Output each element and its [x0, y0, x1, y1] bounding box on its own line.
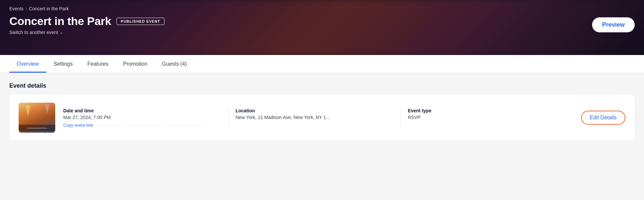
preview-button[interactable]: Preview	[592, 17, 635, 32]
breadcrumb: Events › Concert in the Park	[9, 6, 635, 11]
stage-light-left	[25, 105, 31, 117]
tab-features[interactable]: Features	[80, 55, 116, 73]
section-title: Event details	[9, 82, 635, 89]
event-title: Concert in the Park	[9, 15, 111, 28]
tab-settings[interactable]: Settings	[46, 55, 80, 73]
event-type-section: Event type RSVP	[408, 108, 573, 128]
header-content: Events › Concert in the Park Concert in …	[0, 0, 644, 35]
breadcrumb-current-event: Concert in the Park	[29, 6, 69, 11]
tab-guests[interactable]: Guests (4)	[155, 55, 194, 73]
tab-overview[interactable]: Overview	[9, 55, 46, 73]
header-title-row: Concert in the Park PUBLISHED EVENT	[9, 15, 164, 28]
details-info: Date and time Mar 27, 2024, 7:00 PM Copy…	[63, 108, 573, 128]
date-label: Date and time	[63, 108, 222, 113]
crowd	[19, 125, 55, 131]
switch-event-label: Switch to another event	[9, 30, 58, 35]
chevron-down-icon: ⌄	[60, 30, 63, 35]
date-section: Date and time Mar 27, 2024, 7:00 PM Copy…	[63, 108, 229, 128]
event-type-value: RSVP	[408, 115, 566, 120]
date-value: Mar 27, 2024, 7:00 PM	[63, 115, 222, 120]
header-row: Concert in the Park PUBLISHED EVENT Swit…	[9, 15, 635, 35]
copy-link-label[interactable]: Copy event link:	[63, 123, 94, 128]
breadcrumb-chevron-icon: ›	[26, 6, 27, 11]
tabs-bar: Overview Settings Features Promotion Gue…	[0, 55, 644, 73]
stage-light-right	[45, 104, 49, 114]
header-left: Concert in the Park PUBLISHED EVENT Swit…	[9, 15, 164, 35]
header: Events › Concert in the Park Concert in …	[0, 0, 644, 55]
location-label: Location	[236, 108, 394, 113]
location-value: New York, 11 Madison Ave, New York, NY 1…	[236, 115, 394, 120]
copy-link-url: · · · · · · · · · · · · · · · · · · · · …	[96, 123, 202, 128]
published-badge: PUBLISHED EVENT	[116, 18, 164, 25]
location-section: Location New York, 11 Madison Ave, New Y…	[236, 108, 401, 128]
thumbnail-image	[19, 103, 55, 133]
tab-promotion[interactable]: Promotion	[116, 55, 155, 73]
edit-details-button[interactable]: Edit Details	[581, 111, 625, 125]
main-content: Event details Date and time Mar 27, 2024…	[0, 73, 644, 150]
switch-event[interactable]: Switch to another event ⌄	[9, 30, 164, 35]
event-thumbnail	[19, 103, 55, 133]
breadcrumb-events[interactable]: Events	[9, 6, 24, 11]
event-type-label: Event type	[408, 108, 566, 113]
event-details-card: Date and time Mar 27, 2024, 7:00 PM Copy…	[9, 95, 635, 141]
copy-link-row: Copy event link: · · · · · · · · · · · ·…	[63, 123, 222, 128]
